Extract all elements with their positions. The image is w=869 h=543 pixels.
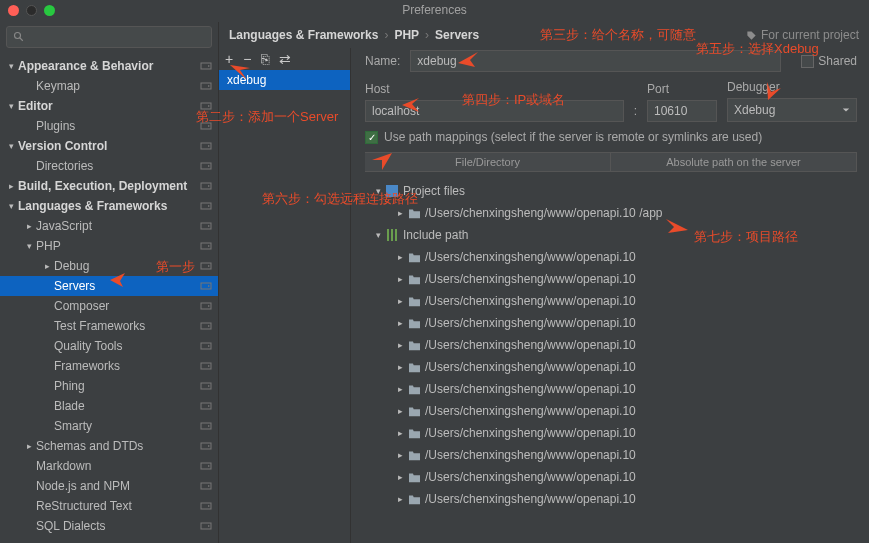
chevron-down-icon — [842, 106, 850, 114]
sidebar-item-appearance-behavior[interactable]: ▾Appearance & Behavior — [0, 56, 218, 76]
server-item[interactable]: xdebug — [219, 70, 350, 90]
combo-icon — [200, 80, 212, 92]
combo-icon — [200, 380, 212, 392]
combo-icon — [200, 180, 212, 192]
include-path-3[interactable]: ▸/Users/chenxingsheng/www/openapi.10 — [365, 312, 857, 334]
combo-icon — [200, 500, 212, 512]
combo-icon — [200, 160, 212, 172]
debugger-select[interactable]: Xdebug — [727, 98, 857, 122]
port-input[interactable] — [647, 100, 717, 122]
crumb-php[interactable]: PHP — [394, 28, 419, 42]
minimize-icon[interactable] — [26, 5, 37, 16]
server-toolbar: + − ⎘ ⇄ — [219, 48, 350, 70]
close-icon[interactable] — [8, 5, 19, 16]
sidebar-item-keymap[interactable]: Keymap — [0, 76, 218, 96]
sidebar-item-directories[interactable]: Directories — [0, 156, 218, 176]
window-title: Preferences — [402, 3, 467, 17]
tag-icon — [746, 30, 757, 41]
combo-icon — [200, 360, 212, 372]
sidebar-item-phing[interactable]: Phing — [0, 376, 218, 396]
crumb-frameworks[interactable]: Languages & Frameworks — [229, 28, 378, 42]
combo-icon — [200, 280, 212, 292]
server-list-panel: + − ⎘ ⇄ xdebug — [219, 48, 351, 543]
svg-rect-27 — [387, 229, 389, 241]
sidebar-item-markdown[interactable]: Markdown — [0, 456, 218, 476]
combo-icon — [200, 440, 212, 452]
breadcrumb: Languages & Frameworks › PHP › Servers F… — [219, 22, 869, 48]
settings-tree[interactable]: ▾Appearance & BehaviorKeymap▾EditorPlugi… — [0, 54, 218, 543]
include-path-5[interactable]: ▸/Users/chenxingsheng/www/openapi.10 — [365, 356, 857, 378]
window-controls[interactable] — [8, 5, 55, 16]
sidebar-item-node-js-and-npm[interactable]: Node.js and NPM — [0, 476, 218, 496]
sidebar-item-test-frameworks[interactable]: Test Frameworks — [0, 316, 218, 336]
combo-icon — [200, 480, 212, 492]
include-path-root[interactable]: ▾Include path — [365, 224, 857, 246]
paste-server-button[interactable]: ⇄ — [279, 52, 291, 66]
sidebar-item-plugins[interactable]: Plugins — [0, 116, 218, 136]
include-path-9[interactable]: ▸/Users/chenxingsheng/www/openapi.10 — [365, 444, 857, 466]
combo-icon — [200, 460, 212, 472]
sidebar-item-restructured-text[interactable]: ReStructured Text — [0, 496, 218, 516]
combo-icon — [200, 140, 212, 152]
sidebar-item-editor[interactable]: ▾Editor — [0, 96, 218, 116]
combo-icon — [200, 60, 212, 72]
sidebar-item-servers[interactable]: Servers — [0, 276, 218, 296]
name-input[interactable] — [410, 50, 781, 72]
sidebar-item-frameworks[interactable]: Frameworks — [0, 356, 218, 376]
svg-rect-29 — [395, 229, 397, 241]
include-path-0[interactable]: ▸/Users/chenxingsheng/www/openapi.10 — [365, 246, 857, 268]
combo-icon — [200, 520, 212, 532]
host-input[interactable] — [365, 100, 624, 122]
svg-line-1 — [20, 38, 23, 41]
sidebar-item-sql-dialects[interactable]: SQL Dialects — [0, 516, 218, 536]
name-label: Name: — [365, 54, 400, 68]
server-list[interactable]: xdebug — [219, 70, 350, 543]
sidebar-item-build-execution-deployment[interactable]: ▸Build, Execution, Deployment — [0, 176, 218, 196]
include-path-1[interactable]: ▸/Users/chenxingsheng/www/openapi.10 — [365, 268, 857, 290]
copy-server-button[interactable]: ⎘ — [261, 52, 269, 66]
mappings-file-tree[interactable]: ▾Project files▸/Users/chenxingsheng/www/… — [365, 180, 857, 543]
title-bar: Preferences — [0, 0, 869, 22]
mappings-table-header: File/Directory Absolute path on the serv… — [365, 152, 857, 172]
use-path-mappings-checkbox[interactable]: ✓ Use path mappings (select if the serve… — [365, 130, 857, 144]
zoom-icon[interactable] — [44, 5, 55, 16]
debugger-label: Debugger — [727, 80, 857, 94]
add-server-button[interactable]: + — [225, 52, 233, 66]
combo-icon — [200, 240, 212, 252]
combo-icon — [200, 120, 212, 132]
include-path-4[interactable]: ▸/Users/chenxingsheng/www/openapi.10 — [365, 334, 857, 356]
svg-rect-26 — [386, 185, 398, 197]
port-label: Port — [647, 82, 717, 96]
sidebar-item-quality-tools[interactable]: Quality Tools — [0, 336, 218, 356]
include-path-6[interactable]: ▸/Users/chenxingsheng/www/openapi.10 — [365, 378, 857, 400]
include-path-8[interactable]: ▸/Users/chenxingsheng/www/openapi.10 — [365, 422, 857, 444]
sidebar-item-schemas-and-dtds[interactable]: ▸Schemas and DTDs — [0, 436, 218, 456]
sidebar-item-php[interactable]: ▾PHP — [0, 236, 218, 256]
combo-icon — [200, 420, 212, 432]
include-path-11[interactable]: ▸/Users/chenxingsheng/www/openapi.10 — [365, 488, 857, 510]
shared-checkbox[interactable]: Shared — [801, 54, 857, 68]
search-input[interactable] — [6, 26, 212, 48]
col-file-directory: File/Directory — [365, 153, 611, 171]
crumb-servers[interactable]: Servers — [435, 28, 479, 42]
sidebar-item-debug[interactable]: ▸Debug — [0, 256, 218, 276]
include-path-2[interactable]: ▸/Users/chenxingsheng/www/openapi.10 — [365, 290, 857, 312]
include-path-10[interactable]: ▸/Users/chenxingsheng/www/openapi.10 — [365, 466, 857, 488]
project-files-root[interactable]: ▾Project files — [365, 180, 857, 202]
svg-point-0 — [15, 33, 21, 39]
current-project-badge: For current project — [746, 28, 859, 42]
sidebar-item-languages-frameworks[interactable]: ▾Languages & Frameworks — [0, 196, 218, 216]
remove-server-button[interactable]: − — [243, 52, 251, 66]
sidebar-item-smarty[interactable]: Smarty — [0, 416, 218, 436]
combo-icon — [200, 400, 212, 412]
sidebar-item-version-control[interactable]: ▾Version Control — [0, 136, 218, 156]
include-path-7[interactable]: ▸/Users/chenxingsheng/www/openapi.10 — [365, 400, 857, 422]
project-app-folder[interactable]: ▸/Users/chenxingsheng/www/openapi.10 /ap… — [365, 202, 857, 224]
sidebar-item-composer[interactable]: Composer — [0, 296, 218, 316]
sidebar-item-javascript[interactable]: ▸JavaScript — [0, 216, 218, 236]
combo-icon — [200, 200, 212, 212]
combo-icon — [200, 260, 212, 272]
server-form: Name: Shared Host : Port — [351, 48, 869, 543]
search-icon — [13, 31, 25, 43]
sidebar-item-blade[interactable]: Blade — [0, 396, 218, 416]
